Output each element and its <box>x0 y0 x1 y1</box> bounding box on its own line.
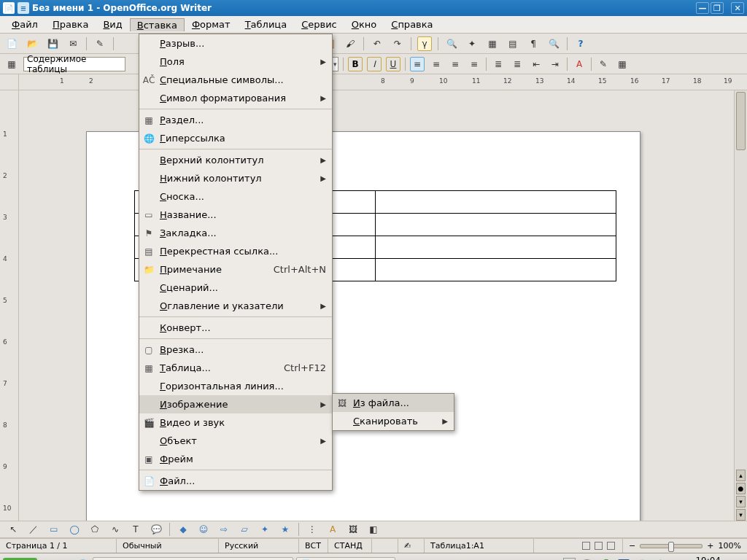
fontwork-icon[interactable]: A <box>325 522 340 537</box>
menuitem-таблица[interactable]: ▦Таблица...Ctrl+F12 <box>139 359 332 377</box>
zoom-in-icon[interactable]: + <box>707 541 713 551</box>
edit-icon[interactable]: ✎ <box>93 36 107 51</box>
line-icon[interactable]: ／ <box>26 522 41 537</box>
document-canvas[interactable] <box>19 90 734 521</box>
menuitem-конверт[interactable]: Конверт... <box>139 319 332 337</box>
menuitem-нижний-колонтитул[interactable]: Нижний колонтитул▶ <box>139 169 332 187</box>
symbols-icon[interactable]: ☺ <box>196 522 211 537</box>
status-sig[interactable]: ✍ <box>398 539 425 553</box>
indent-dec-icon[interactable]: ⇤ <box>529 57 543 71</box>
fromfile-icon[interactable]: 🖼 <box>346 522 360 537</box>
menu-правка[interactable]: Правка <box>45 18 96 31</box>
menu-таблица[interactable]: Таблица <box>238 18 295 31</box>
menu-вставка[interactable]: Вставка <box>130 18 185 31</box>
menuitem-файл[interactable]: 📄Файл... <box>139 472 332 490</box>
email-icon[interactable]: ✉ <box>66 36 80 51</box>
pts-icon[interactable]: ⋮ <box>305 522 320 537</box>
arrows-icon[interactable]: ⇨ <box>217 522 231 537</box>
bgcolor-icon[interactable]: ▦ <box>615 57 630 71</box>
status-caps[interactable]: СТАНД <box>328 539 372 553</box>
scroll-pageup-icon[interactable]: ▴ <box>736 470 746 481</box>
minimize-button[interactable]: — <box>696 2 709 14</box>
align-justify-icon[interactable]: ≡ <box>467 57 481 71</box>
menuitem-разрыв[interactable]: Разрыв... <box>139 34 332 52</box>
rect-icon[interactable]: ▭ <box>47 522 61 537</box>
open-icon[interactable]: 📂 <box>25 36 39 51</box>
status-sel[interactable] <box>372 539 398 553</box>
menuitem-специальные-символы[interactable]: ΑČСпециальные символы... <box>139 71 332 89</box>
view-multi-icon[interactable] <box>595 542 603 550</box>
menuitem-изображение[interactable]: Изображение▶ <box>139 395 332 413</box>
callouts-icon[interactable]: ✦ <box>258 522 272 537</box>
view-book-icon[interactable] <box>607 542 615 550</box>
zoom-icon[interactable]: 🔍 <box>546 36 561 51</box>
datasource-icon[interactable]: ▤ <box>506 36 520 51</box>
ellipse-icon[interactable]: ◯ <box>67 522 82 537</box>
menuitem-из-файла[interactable]: 🖼Из файла... <box>333 394 454 412</box>
scroll-thumb[interactable] <box>736 92 746 150</box>
bold-icon[interactable]: B <box>348 57 363 71</box>
pointer-icon[interactable]: ↖ <box>6 522 20 537</box>
menu-формат[interactable]: Формат <box>185 18 238 31</box>
extrude-icon[interactable]: ◧ <box>366 522 381 537</box>
curve-icon[interactable]: ∿ <box>108 522 123 537</box>
scroll-pagedown-icon[interactable]: ▾ <box>736 496 746 508</box>
menuitem-закладка[interactable]: ⚑Закладка... <box>139 224 332 242</box>
menuitem-объект[interactable]: Объект▶ <box>139 432 332 450</box>
menu-справка[interactable]: Справка <box>384 18 440 31</box>
menuitem-раздел[interactable]: ▦Раздел... <box>139 111 332 129</box>
start-button[interactable]: пуск <box>3 558 37 561</box>
menuitem-примечание[interactable]: 📁ПримечаниеCtrl+Alt+N <box>139 260 332 279</box>
tray-volume-icon[interactable]: 🔊 <box>634 557 649 561</box>
menuitem-врезка[interactable]: ▢Врезка... <box>139 341 332 359</box>
menuitem-верхний-колонтитул[interactable]: Верхний колонтитул▶ <box>139 151 332 169</box>
shapes-icon[interactable]: ◆ <box>176 522 190 537</box>
menuitem-символ-форматирования[interactable]: Символ форматирования▶ <box>139 89 332 107</box>
scroll-mark-icon[interactable]: ● <box>736 483 746 494</box>
styles-icon[interactable]: ▦ <box>4 57 19 71</box>
highlight-icon[interactable]: ✎ <box>596 57 611 71</box>
nonprint-icon[interactable]: ¶ <box>526 36 541 51</box>
scrollbar-vertical[interactable]: ▴ ● ▾ ▾ <box>734 90 747 521</box>
redo-icon[interactable]: ↷ <box>390 36 405 51</box>
style-combo[interactable]: Содержимое таблицы <box>23 57 125 71</box>
align-left-icon[interactable]: ≡ <box>410 57 425 71</box>
menuitem-перекрестная-ссылка[interactable]: ▤Перекрестная ссылка... <box>139 242 332 260</box>
menuitem-оглавление-и-указатели[interactable]: Оглавление и указатели▶ <box>139 297 332 315</box>
close-button[interactable]: ✕ <box>731 2 744 14</box>
tray-chat-icon[interactable]: 💬 <box>580 557 595 561</box>
callout-icon[interactable]: 💬 <box>149 522 163 537</box>
indent-inc-icon[interactable]: ⇥ <box>548 57 562 71</box>
taskbar-item-1[interactable]: 📁 Ур. 8 Представление информации — Dolp <box>93 557 293 560</box>
menu-вид[interactable]: Вид <box>96 18 129 31</box>
scroll-down-icon[interactable]: ▾ <box>736 509 746 521</box>
tray-info-icon[interactable]: ⓘ <box>599 557 614 561</box>
menuitem-название[interactable]: ▭Название... <box>139 206 332 224</box>
tray-clip-icon[interactable]: 📋 <box>653 557 667 561</box>
status-lang[interactable]: Русский <box>219 539 299 553</box>
zoom-out-icon[interactable]: − <box>629 541 635 551</box>
gallery-icon[interactable]: ▦ <box>485 36 500 51</box>
poly-icon[interactable]: ⬠ <box>88 522 102 537</box>
menu-окно[interactable]: Окно <box>344 18 384 31</box>
list-bul-icon[interactable]: ≣ <box>510 57 525 71</box>
chart-icon[interactable]: γ <box>417 36 432 51</box>
zoom-slider[interactable] <box>640 544 703 548</box>
tray-net-icon[interactable]: 🖧 <box>672 557 686 561</box>
navigator-icon[interactable]: ✦ <box>465 36 479 51</box>
menuitem-сканировать[interactable]: Сканировать▶ <box>333 412 454 430</box>
stars-icon[interactable]: ★ <box>278 522 293 537</box>
new-doc-icon[interactable]: 📄 <box>4 36 19 51</box>
align-right-icon[interactable]: ≡ <box>448 57 462 71</box>
text-icon[interactable]: T <box>128 522 143 537</box>
tray-trash-icon[interactable]: 🗑 <box>729 557 744 561</box>
menu-файл[interactable]: Файл <box>4 18 45 31</box>
list-num-icon[interactable]: ≣ <box>491 57 506 71</box>
status-insert[interactable]: ВСТ <box>299 539 328 553</box>
tray-clock[interactable]: 19:04 28 апр <box>691 556 725 560</box>
menuitem-видео-и-звук[interactable]: 🎬Видео и звук <box>139 413 332 432</box>
flow-icon[interactable]: ▱ <box>237 522 252 537</box>
menuitem-сноска[interactable]: Сноска... <box>139 187 332 206</box>
quick-desktop-icon[interactable]: 🗔 <box>40 557 55 561</box>
menu-сервис[interactable]: Сервис <box>294 18 344 31</box>
